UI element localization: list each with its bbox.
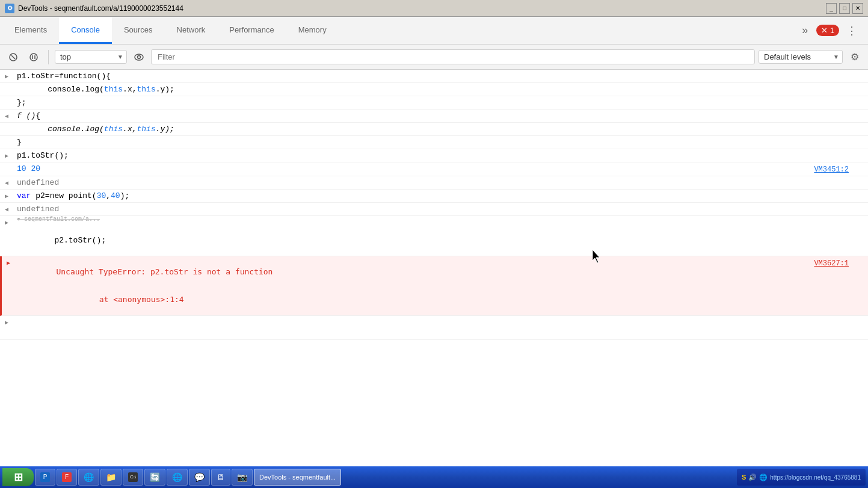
tab-bar: Elements Console Sources Network Perform… <box>0 17 868 45</box>
pause-on-exceptions-button[interactable] <box>25 49 42 66</box>
console-row: ▶ p1.toStr=function(){ <box>0 70 868 83</box>
console-code: }; <box>17 98 868 107</box>
tab-network[interactable]: Network <box>165 17 218 44</box>
console-error-message: Uncaught TypeError: p2.toStr is not a fu… <box>19 258 814 313</box>
console-output-value: 10 20 <box>17 164 814 173</box>
return-arrow: ◀ <box>5 205 17 213</box>
devtools-icon: ⚙ <box>5 4 14 13</box>
tab-memory[interactable]: Memory <box>286 17 339 44</box>
console-source-link[interactable]: VM3451:2 <box>814 164 861 174</box>
taskbar-app-ie[interactable]: 🌐 <box>167 469 188 486</box>
taskbar-app-screen[interactable]: 🖥 <box>211 469 230 486</box>
taskbar-app-browser[interactable]: 🌐 <box>78 469 99 486</box>
error-expand-arrow[interactable]: ▶ <box>7 258 19 267</box>
taskbar-app-msg[interactable]: 💬 <box>189 469 210 486</box>
start-button[interactable]: ⊞ <box>2 468 34 486</box>
error-count: 1 <box>830 26 834 35</box>
tab-performance[interactable]: Performance <box>217 17 286 44</box>
close-button[interactable]: ✕ <box>852 3 863 14</box>
console-row: } <box>0 136 868 149</box>
console-code: p1.toStr=function(){ <box>17 72 868 81</box>
title-bar: ⚙ DevTools - seqmentfault.com/a/11900000… <box>0 0 868 17</box>
collapse-arrow[interactable]: ◀ <box>5 111 17 120</box>
devtools-panel: Elements Console Sources Network Perform… <box>0 17 868 488</box>
console-code: console.log(this.x,this.y); <box>29 125 868 134</box>
console-row: console.log(this.x,this.y); <box>0 83 868 96</box>
console-error-row: ▶ Uncaught TypeError: p2.toStr is not a … <box>0 256 868 316</box>
console-undefined: undefined <box>17 178 868 187</box>
taskbar-devtools-active[interactable]: DevTools - seqmentfault... <box>254 469 341 486</box>
tray-url: https://blogcsdn.net/qq_43765881 <box>770 474 861 481</box>
expand-arrow[interactable]: ▶ <box>5 72 17 80</box>
console-row: ▶ ● seqmentfault.com/a... p2.toStr(); <box>0 216 868 256</box>
taskbar-app-cam[interactable]: 📷 <box>232 469 253 486</box>
return-arrow: ◀ <box>5 178 17 187</box>
settings-icon: ⚙ <box>851 51 859 63</box>
taskbar-app-cmd[interactable]: C:\ <box>123 469 143 486</box>
eye-icon <box>134 54 144 61</box>
taskbar-app-update[interactable]: 🔄 <box>144 469 165 486</box>
console-code: console.log(this.x,this.y); <box>29 85 868 94</box>
tray-s[interactable]: S <box>742 474 746 481</box>
levels-select-wrapper: Default levels Verbose Info Warnings Err… <box>759 50 843 64</box>
taskbar-app-p[interactable]: P <box>35 469 55 486</box>
window-controls: _ □ ✕ <box>826 3 863 14</box>
svg-line-1 <box>11 55 15 59</box>
console-input-field[interactable] <box>17 318 868 327</box>
expand-arrow[interactable]: ▶ <box>5 151 17 159</box>
context-select-wrapper: top ▼ <box>55 50 127 64</box>
svg-point-6 <box>138 55 141 58</box>
taskbar: ⊞ P F 🌐 📁 C:\ 🔄 🌐 💬 🖥 📷 DevTools - seqme… <box>0 466 868 488</box>
console-undefined: undefined <box>17 205 868 214</box>
taskbar-app-f[interactable]: F <box>57 469 77 486</box>
tray-volume[interactable]: 🔊 <box>748 474 757 481</box>
clear-console-button[interactable] <box>5 49 22 66</box>
console-code: } <box>17 138 868 147</box>
console-row: ◀ f (){ <box>0 110 868 123</box>
pause-icon <box>29 53 38 61</box>
clear-icon <box>9 53 17 61</box>
tab-console[interactable]: Console <box>59 17 112 44</box>
console-code: var p2=new point(30,40); <box>17 191 868 200</box>
console-prompt-row: ▶ <box>0 316 868 340</box>
tab-sources[interactable]: Sources <box>112 17 165 44</box>
console-row: ◀ undefined <box>0 203 868 216</box>
console-row: ▶ p1.toStr(); <box>0 149 868 162</box>
svg-point-5 <box>135 54 143 60</box>
context-select[interactable]: top <box>55 50 127 64</box>
console-toolbar: top ▼ Default levels Verbose Info Warnin… <box>0 45 868 70</box>
taskbar-app-explorer[interactable]: 📁 <box>100 469 122 486</box>
minimize-button[interactable]: _ <box>826 3 837 14</box>
console-code: p1.toStr(); <box>17 151 868 160</box>
console-row: console.log(this.x,this.y); <box>0 123 868 136</box>
tab-controls: » ✕ 1 ⋮ <box>797 17 866 44</box>
svg-point-2 <box>30 54 37 61</box>
maximize-button[interactable]: □ <box>839 3 850 14</box>
expand-arrow[interactable]: ▶ <box>5 218 17 226</box>
error-badge[interactable]: ✕ 1 <box>816 25 839 36</box>
system-tray: S 🔊 🌐 https://blogcsdn.net/qq_43765881 <box>737 469 866 486</box>
row-spacer <box>5 164 17 172</box>
kebab-menu-button[interactable]: ⋮ <box>843 24 861 37</box>
console-row: ◀ undefined <box>0 176 868 190</box>
console-code: f (){ <box>17 111 868 120</box>
prompt-arrow: ▶ <box>5 318 17 326</box>
toolbar-separator-1 <box>48 50 49 64</box>
console-row: ▶ var p2=new point(30,40); <box>0 190 868 203</box>
eye-button[interactable] <box>131 49 147 66</box>
filter-input[interactable] <box>151 49 755 64</box>
settings-button[interactable]: ⚙ <box>846 49 863 66</box>
tray-network[interactable]: 🌐 <box>759 474 768 481</box>
console-code: ● seqmentfault.com/a... p2.toStr(); <box>17 218 868 254</box>
more-tabs-button[interactable]: » <box>797 22 813 39</box>
window-title: DevTools - seqmentfault.com/a/1190000023… <box>18 4 822 13</box>
console-row: }; <box>0 96 868 110</box>
console-output[interactable]: ▶ p1.toStr=function(){ console.log(this.… <box>0 70 868 474</box>
expand-arrow[interactable]: ▶ <box>5 191 17 200</box>
console-row: 10 20 VM3451:2 <box>0 162 868 176</box>
levels-select[interactable]: Default levels Verbose Info Warnings Err… <box>759 50 843 64</box>
console-error-source[interactable]: VM3627:1 <box>814 258 861 268</box>
error-x-icon: ✕ <box>821 26 828 35</box>
tab-elements[interactable]: Elements <box>2 17 59 44</box>
